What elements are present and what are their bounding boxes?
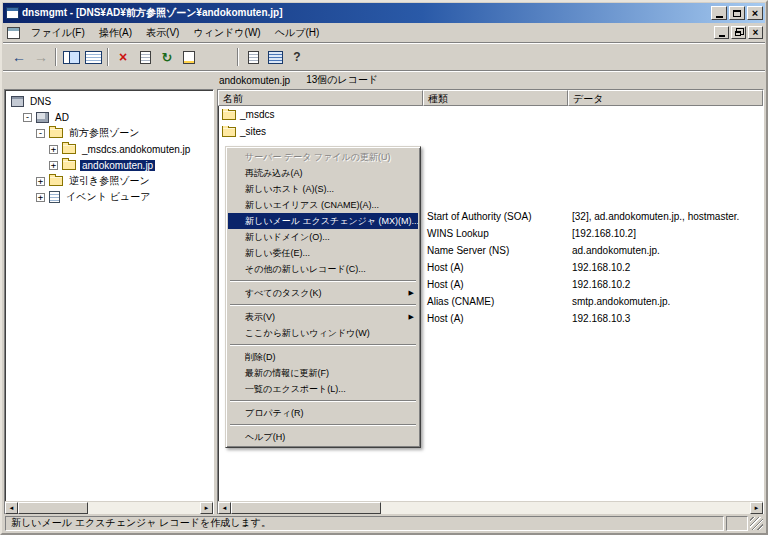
expand-icon[interactable]: +: [49, 145, 58, 154]
folder-icon: [49, 128, 63, 138]
menu-item-properties[interactable]: プロパティ(R): [228, 405, 418, 421]
column-header-data[interactable]: データ: [568, 90, 763, 106]
record-name: _sites: [240, 126, 266, 137]
tree-item-dns[interactable]: DNS: [8, 93, 211, 109]
tree-item-event-viewer[interactable]: + イベント ビューア: [8, 189, 211, 205]
record-data-cell: [32], ad.andokomuten.jp., hostmaster.: [568, 211, 763, 222]
menu-action[interactable]: 操作(A): [92, 24, 139, 42]
record-type-cell: Host (A): [423, 313, 568, 324]
menu-item-refresh[interactable]: 最新の情報に更新(F): [228, 365, 418, 381]
table-row[interactable]: _msdcs: [218, 106, 763, 123]
forward-icon: →: [34, 50, 48, 64]
forward-button[interactable]: →: [30, 46, 52, 68]
list-horizontal-scrollbar[interactable]: ◄ ►: [218, 501, 763, 514]
menu-item-new-host[interactable]: 新しいホスト (A)(S)...: [228, 181, 418, 197]
column-header-name[interactable]: 名前: [218, 90, 423, 106]
properties-button[interactable]: [134, 46, 156, 68]
tree-item-forward-lookup-zones[interactable]: - 前方参照ゾーン: [8, 125, 211, 141]
tree-item-reverse-lookup-zones[interactable]: + 逆引き参照ゾーン: [8, 173, 211, 189]
record-data-cell: 192.168.10.2: [568, 279, 763, 290]
maximize-button[interactable]: [729, 6, 745, 20]
menu-separator: [230, 424, 416, 426]
minimize-icon: [719, 35, 725, 37]
menu-item-new-window-from-here[interactable]: ここから新しいウィンドウ(W): [228, 325, 418, 341]
menu-item-new-mail-exchanger-mx[interactable]: 新しいメール エクスチェンジャ (MX)(M)...: [228, 213, 418, 229]
scroll-right-button[interactable]: ►: [750, 502, 763, 514]
folder-icon: [49, 176, 63, 186]
menu-item-delete[interactable]: 削除(D): [228, 349, 418, 365]
close-button[interactable]: ×: [747, 6, 763, 20]
scroll-left-button[interactable]: ◄: [218, 502, 231, 514]
menu-item-help[interactable]: ヘルプ(H): [228, 429, 418, 445]
submenu-arrow-icon: ▶: [409, 285, 414, 301]
tree-item-andokomuten-zone[interactable]: + andokomuten.jp: [8, 157, 211, 173]
menu-help[interactable]: ヘルプ(H): [268, 24, 327, 42]
menu-item-all-tasks[interactable]: すべてのタスク(K)▶: [228, 285, 418, 301]
scrollbar-track[interactable]: [88, 502, 200, 514]
scroll-right-button[interactable]: ►: [200, 502, 213, 514]
selected-zone-label: andokomuten.jp: [219, 75, 290, 86]
refresh-button[interactable]: ↻: [156, 46, 178, 68]
record-type-cell: Host (A): [423, 279, 568, 290]
scrollbar-track[interactable]: [381, 502, 750, 514]
tree-item-label: DNS: [28, 96, 53, 107]
title-bar[interactable]: dnsmgmt - [DNS¥AD¥前方参照ゾーン¥andokomuten.jp…: [3, 3, 765, 23]
show-console-tree-button[interactable]: [60, 46, 82, 68]
expand-icon[interactable]: +: [49, 161, 58, 170]
minimize-button[interactable]: [711, 6, 727, 20]
tree-item-ad[interactable]: - AD: [8, 109, 211, 125]
menu-item-other-new-records[interactable]: その他の新しいレコード(C)...: [228, 261, 418, 277]
export-list-button[interactable]: [178, 46, 200, 68]
resize-grip[interactable]: [750, 517, 763, 530]
collapse-icon[interactable]: -: [36, 129, 45, 138]
scroll-left-button[interactable]: ◄: [5, 502, 18, 514]
expand-icon[interactable]: +: [36, 193, 45, 202]
tree-item-msdcs-zone[interactable]: + _msdcs.andokomuten.jp: [8, 141, 211, 157]
tree-horizontal-scrollbar[interactable]: ◄ ►: [5, 501, 213, 514]
menu-window[interactable]: ウィンドウ(W): [186, 24, 267, 42]
menu-bar: ファイル(F) 操作(A) 表示(V) ウィンドウ(W) ヘルプ(H) ×: [3, 23, 765, 43]
scrollbar-thumb[interactable]: [18, 502, 88, 514]
table-row[interactable]: _sites: [218, 123, 763, 140]
dnsmgmt-app-icon: [6, 7, 19, 19]
record-name-cell: _msdcs: [218, 109, 423, 120]
event-log-icon: [49, 191, 60, 203]
menu-item-reload[interactable]: 再読み込み(A): [228, 165, 418, 181]
scrollbar-thumb[interactable]: [231, 502, 381, 514]
detail-view-button[interactable]: [82, 46, 104, 68]
column-header-type[interactable]: 種類: [423, 90, 568, 106]
back-button[interactable]: ←: [8, 46, 30, 68]
list-header-row: 名前 種類 データ: [218, 90, 763, 106]
help-button[interactable]: ?: [286, 46, 308, 68]
new-record-button[interactable]: [242, 46, 264, 68]
menu-item-view[interactable]: 表示(V)▶: [228, 309, 418, 325]
menu-item-label: すべてのタスク(K): [245, 288, 321, 298]
record-data-cell: smtp.andokomuten.jp.: [568, 296, 763, 307]
export-list-icon: [183, 51, 195, 64]
tree-item-label: AD: [53, 112, 71, 123]
expand-icon[interactable]: +: [36, 177, 45, 186]
new-record-icon: [248, 51, 259, 64]
collapse-icon[interactable]: -: [23, 113, 32, 122]
record-data-cell: [192.168.10.2]: [568, 228, 763, 239]
delete-icon: ×: [119, 50, 127, 64]
record-data-cell: ad.andokomuten.jp.: [568, 245, 763, 256]
menu-item-new-alias-cname[interactable]: 新しいエイリアス (CNAME)(A)...: [228, 197, 418, 213]
tree-item-label: 逆引き参照ゾーン: [67, 174, 152, 188]
menu-item-new-domain[interactable]: 新しいドメイン(O)...: [228, 229, 418, 245]
menu-item-export-list[interactable]: 一覧のエクスポート(L)...: [228, 381, 418, 397]
child-minimize-button[interactable]: [714, 26, 729, 39]
description-bar: andokomuten.jp 13個のレコード: [3, 70, 765, 89]
filter-button[interactable]: [264, 46, 286, 68]
menu-file[interactable]: ファイル(F): [24, 24, 92, 42]
delete-button[interactable]: ×: [112, 46, 134, 68]
menu-item-new-delegation[interactable]: 新しい委任(E)...: [228, 245, 418, 261]
child-close-button[interactable]: ×: [748, 26, 763, 39]
menu-view[interactable]: 表示(V): [139, 24, 186, 42]
status-bar: 新しいメール エクスチェンジャ レコードを作成します。: [3, 514, 765, 532]
scroll-left-icon: ◄: [222, 505, 228, 511]
console-tree-pane: DNS - AD - 前方参照ゾーン + _msdcs.andokomuten.…: [4, 89, 214, 515]
maximize-icon: [733, 10, 741, 17]
child-restore-button[interactable]: [731, 26, 746, 39]
folder-icon: [62, 144, 76, 154]
